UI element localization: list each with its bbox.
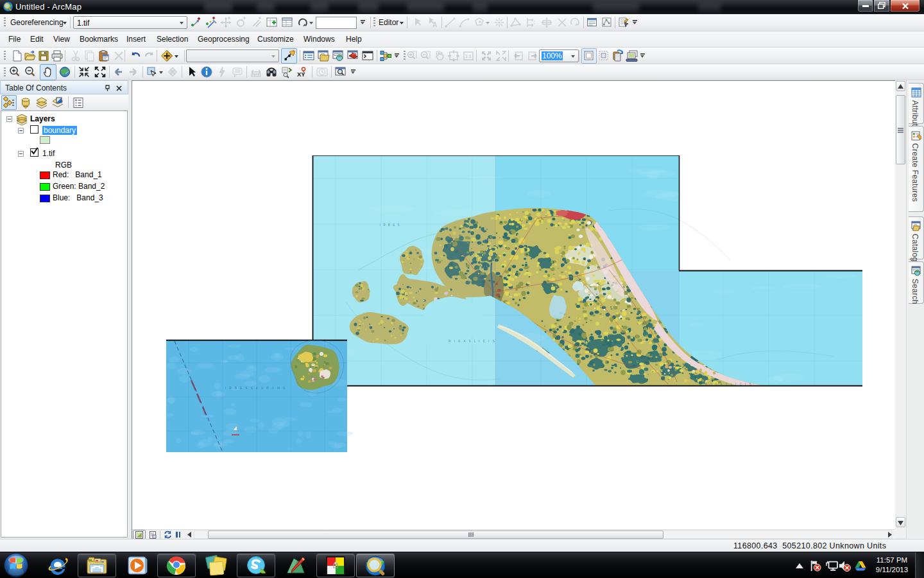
- svg-text:1:1: 1:1: [465, 54, 472, 58]
- svg-text:XY: XY: [297, 71, 305, 78]
- svg-text:I R B E S S A U R U M S: I R B E S S A U R U M S: [225, 387, 286, 390]
- svg-text:I R B E S: I R B E S: [380, 223, 400, 227]
- svg-text:A: A: [432, 21, 437, 28]
- svg-text:R I G A S L I C I S: R I G A S L I C I S: [449, 340, 496, 343]
- svg-text:R I G A S L I C I S: R I G A S L I C I S: [705, 383, 753, 386]
